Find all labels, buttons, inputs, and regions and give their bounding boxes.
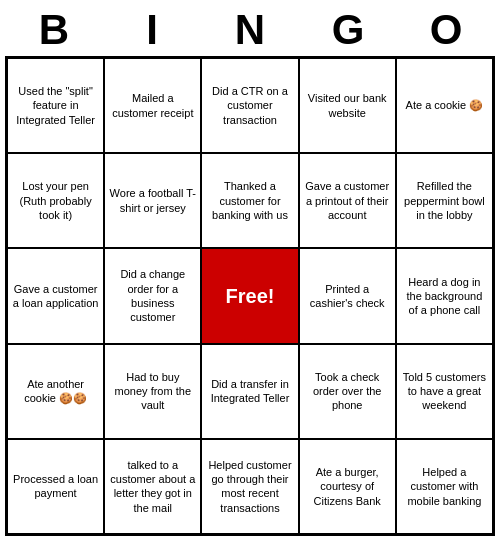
bingo-cell-1: Mailed a customer receipt	[104, 58, 201, 153]
bingo-cell-14: Heard a dog in the background of a phone…	[396, 248, 493, 343]
bingo-cell-8: Gave a customer a printout of their acco…	[299, 153, 396, 248]
bingo-cell-20: Processed a loan payment	[7, 439, 104, 534]
bingo-cell-9: Refilled the peppermint bowl in the lobb…	[396, 153, 493, 248]
bingo-cell-7: Thanked a customer for banking with us	[201, 153, 298, 248]
bingo-cell-17: Did a transfer in Integrated Teller	[201, 344, 298, 439]
bingo-cell-5: Lost your pen (Ruth probably took it)	[7, 153, 104, 248]
bingo-cell-18: Took a check order over the phone	[299, 344, 396, 439]
bingo-cell-19: Told 5 customers to have a great weekend	[396, 344, 493, 439]
bingo-cell-6: Wore a football T-shirt or jersey	[104, 153, 201, 248]
bingo-cell-24: Helped a customer with mobile banking	[396, 439, 493, 534]
bingo-grid: Used the "split" feature in Integrated T…	[5, 56, 495, 536]
bingo-cell-0: Used the "split" feature in Integrated T…	[7, 58, 104, 153]
bingo-cell-2: Did a CTR on a customer transaction	[201, 58, 298, 153]
bingo-cell-13: Printed a cashier's check	[299, 248, 396, 343]
bingo-letter-n: N	[206, 6, 294, 54]
bingo-letter-i: I	[108, 6, 196, 54]
bingo-cell-10: Gave a customer a loan application	[7, 248, 104, 343]
bingo-cell-22: Helped customer go through their most re…	[201, 439, 298, 534]
bingo-cell-15: Ate another cookie 🍪🍪	[7, 344, 104, 439]
bingo-cell-4: Ate a cookie 🍪	[396, 58, 493, 153]
bingo-letter-b: B	[10, 6, 98, 54]
bingo-cell-12: Free!	[201, 248, 298, 343]
bingo-cell-3: Visited our bank website	[299, 58, 396, 153]
bingo-cell-21: talked to a customer about a letter they…	[104, 439, 201, 534]
bingo-cell-16: Had to buy money from the vault	[104, 344, 201, 439]
bingo-cell-23: Ate a burger, courtesy of Citizens Bank	[299, 439, 396, 534]
bingo-header: BINGO	[5, 0, 495, 56]
bingo-cell-11: Did a change order for a business custom…	[104, 248, 201, 343]
bingo-letter-o: O	[402, 6, 490, 54]
bingo-letter-g: G	[304, 6, 392, 54]
